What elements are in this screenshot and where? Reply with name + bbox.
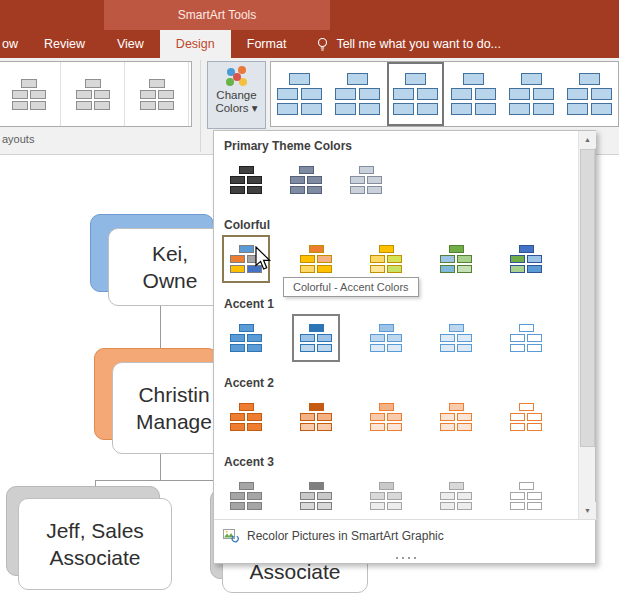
color-variant-thumb[interactable] <box>502 472 550 519</box>
layout-tile[interactable] <box>61 62 125 126</box>
change-colors-label-2: Colors ▾ <box>215 101 257 115</box>
lightbulb-icon <box>316 37 329 52</box>
org-chart-icon <box>370 245 402 273</box>
recolor-pictures-item[interactable]: Recolor Pictures in SmartArt Graphic <box>214 519 597 551</box>
org-chart-icon <box>451 73 496 115</box>
tab-partial[interactable]: ow <box>0 30 28 58</box>
color-variant-thumb[interactable] <box>502 393 550 441</box>
tab-design[interactable]: Design <box>160 30 231 58</box>
org-chart-icon <box>440 324 472 352</box>
org-chart-icon <box>509 73 554 115</box>
color-variant-thumb[interactable] <box>362 314 410 362</box>
scroll-down-arrow[interactable]: ▼ <box>579 502 596 519</box>
tell-me-label: Tell me what you want to do... <box>336 37 501 51</box>
shape-text: Owne <box>143 267 198 294</box>
color-variant-thumb[interactable] <box>362 472 410 519</box>
tab-view[interactable]: View <box>101 30 160 58</box>
color-variant-thumb[interactable] <box>342 156 390 204</box>
color-variant-thumb[interactable] <box>292 472 340 519</box>
smartart-style-tile[interactable] <box>387 62 445 126</box>
color-variant-thumb[interactable] <box>282 156 330 204</box>
smartart-style-tile[interactable] <box>444 62 502 126</box>
org-chart-icon <box>76 79 110 110</box>
org-chart-icon <box>370 403 402 431</box>
connector-line <box>160 452 161 480</box>
change-colors-icon <box>226 65 248 89</box>
tab-review[interactable]: Review <box>28 30 101 58</box>
smartart-style-tile[interactable] <box>560 62 618 126</box>
layouts-gallery <box>0 61 192 127</box>
org-chart-icon <box>277 73 322 115</box>
org-chart-icon <box>510 324 542 352</box>
scroll-up-arrow[interactable]: ▲ <box>579 131 596 148</box>
color-section-title: Accent 2 <box>214 370 579 393</box>
shape-text: Jeff, Sales <box>46 517 144 544</box>
shape-text: Christin <box>138 381 209 408</box>
layout-tile[interactable] <box>125 62 189 126</box>
org-chart-icon <box>230 403 262 431</box>
color-section-title: Colorful <box>214 212 579 235</box>
color-variant-thumb[interactable] <box>222 314 270 362</box>
color-variant-thumb[interactable] <box>222 156 270 204</box>
change-colors-menu: Primary Theme ColorsColorfulAccent 1Acce… <box>213 130 596 564</box>
menu-resize-grip[interactable] <box>214 551 597 565</box>
color-variant-thumb[interactable] <box>432 314 480 362</box>
color-variant-thumb[interactable] <box>362 393 410 441</box>
recolor-pictures-label: Recolor Pictures in SmartArt Graphic <box>247 529 444 543</box>
color-variant-thumb[interactable] <box>222 393 270 441</box>
org-chart-icon <box>290 166 322 194</box>
layouts-group-label: ayouts <box>2 133 34 145</box>
org-chart-icon <box>440 482 472 510</box>
org-chart-icon <box>510 482 542 510</box>
tooltip-text: Colorful - Accent Colors <box>293 281 409 293</box>
smartart-styles-gallery <box>270 61 619 127</box>
color-variant-thumb[interactable] <box>222 472 270 519</box>
mouse-cursor <box>252 246 274 272</box>
layout-tile[interactable] <box>0 62 61 126</box>
org-chart-icon <box>140 79 174 110</box>
shape-text: Kei, <box>152 240 188 267</box>
org-chart-icon <box>510 403 542 431</box>
color-variant-thumb[interactable] <box>292 393 340 441</box>
dropdown-caret-icon: ▾ <box>252 102 258 114</box>
smartart-shape-jeff[interactable]: Jeff, Sales Associate <box>18 498 172 590</box>
color-variant-thumb[interactable] <box>362 235 410 283</box>
color-gallery-content: Primary Theme ColorsColorfulAccent 1Acce… <box>214 131 579 519</box>
color-variant-thumb[interactable] <box>292 314 340 362</box>
color-variant-thumb[interactable] <box>502 235 550 283</box>
org-chart-icon <box>335 73 380 115</box>
tab-format[interactable]: Format <box>231 30 303 58</box>
color-variant-thumb[interactable] <box>432 472 480 519</box>
titlebar: SmartArt Tools <box>0 0 619 30</box>
org-chart-icon <box>230 166 262 194</box>
tell-me-box[interactable]: Tell me what you want to do... <box>316 30 501 58</box>
org-chart-icon <box>440 403 472 431</box>
color-variant-thumb[interactable] <box>432 235 480 283</box>
shape-text: Associate <box>49 544 140 571</box>
scrollbar-thumb[interactable] <box>580 149 595 447</box>
shape-text: Manage <box>136 408 212 435</box>
color-section-title: Primary Theme Colors <box>214 133 579 156</box>
org-chart-icon <box>440 245 472 273</box>
org-chart-icon <box>300 324 332 352</box>
color-variant-thumb[interactable] <box>502 314 550 362</box>
smartart-style-tile[interactable] <box>271 62 329 126</box>
menu-scrollbar[interactable]: ▲ ▼ <box>578 131 595 519</box>
smartart-tools-contextual-header: SmartArt Tools <box>104 0 330 30</box>
org-chart-icon <box>393 73 438 115</box>
org-chart-icon <box>230 482 262 510</box>
org-chart-icon <box>567 73 612 115</box>
ribbon-tab-row: ow Review View Design Format Tell me wha… <box>0 30 619 58</box>
color-variant-thumb[interactable] <box>292 235 340 283</box>
color-variant-thumb[interactable] <box>432 393 480 441</box>
smartart-style-tile[interactable] <box>329 62 387 126</box>
recolor-pictures-icon <box>223 528 239 543</box>
change-colors-button[interactable]: Change Colors ▾ <box>207 61 266 129</box>
org-chart-icon <box>370 482 402 510</box>
org-chart-icon <box>510 245 542 273</box>
org-chart-icon <box>230 324 262 352</box>
org-chart-icon <box>300 403 332 431</box>
smartart-style-tile[interactable] <box>502 62 560 126</box>
group-divider <box>200 60 201 152</box>
change-colors-label-1: Change <box>216 89 256 101</box>
